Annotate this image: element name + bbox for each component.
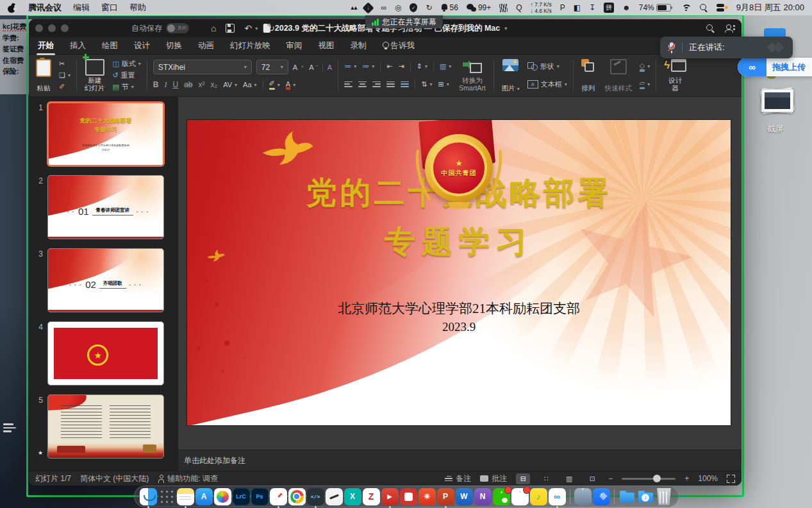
tab-design[interactable]: 设计 [134, 40, 150, 51]
menu-edit[interactable]: 编辑 [73, 2, 90, 13]
dock-finder[interactable] [140, 488, 157, 505]
menu-help[interactable]: 帮助 [129, 2, 146, 13]
dock-app-store[interactable]: A [195, 488, 213, 505]
dock-xmind[interactable]: X [344, 488, 361, 505]
network-speed[interactable]: ↑ 7.7 K/s ↓ 4.6 K/s [531, 1, 552, 14]
chat-status[interactable]: 99+ [467, 3, 491, 12]
character-spacing-button[interactable]: AV▾ [223, 81, 237, 89]
notes-pane[interactable]: 单击此处添加备注 [178, 450, 742, 471]
apple-menu-icon[interactable] [8, 3, 15, 13]
indent-button[interactable]: ⇥ [398, 62, 404, 71]
target-status-icon[interactable]: ◎ [395, 3, 401, 12]
bullets-button[interactable]: ≔▾ [344, 62, 356, 71]
p-status-icon[interactable]: P [560, 3, 565, 12]
tab-transitions[interactable]: 切换 [166, 40, 182, 51]
q-status-icon[interactable]: Q [516, 3, 522, 12]
dock-downloads[interactable]: ↓ [637, 488, 654, 505]
thumbnail-2-preview[interactable]: • • • 01 青春讲师团宣讲 • • • [47, 175, 164, 239]
dock-safari[interactable] [270, 488, 287, 505]
change-case-button[interactable]: Aa▾ [243, 81, 256, 89]
format-painter-icon[interactable]: ✐ [59, 83, 65, 91]
input-method-icon[interactable]: 拼 [604, 3, 614, 13]
dock-window-preview[interactable] [574, 488, 592, 505]
slide-title-line2[interactable]: 专题学习 [187, 221, 731, 262]
paste-button[interactable]: 粘贴 [34, 58, 53, 93]
columns-button[interactable]: ▥▾ [440, 62, 451, 71]
dock-photoshop[interactable]: Ps [251, 488, 269, 505]
tab-draw[interactable]: 绘图 [102, 40, 118, 51]
dock-qq[interactable] [511, 488, 529, 505]
slide-date[interactable]: 2023.9 [187, 320, 731, 334]
desktop-list-icon[interactable] [3, 423, 17, 432]
download-tray-icon[interactable]: ↧ [589, 3, 595, 12]
dock-onenote[interactable]: N [474, 488, 492, 505]
sync-status-icon[interactable]: ↻ [426, 3, 432, 12]
tab-view[interactable]: 视图 [319, 40, 335, 51]
user-circle-icon[interactable]: ☻ [622, 3, 631, 12]
outdent-button[interactable]: ⇤ [386, 62, 392, 71]
chevron-down-icon[interactable]: ▾ [504, 26, 507, 31]
thumbnail-3-preview[interactable]: • • • 02 齐唱团歌 • • • [47, 248, 164, 312]
layout-button[interactable]: ◫版式▾ [112, 59, 140, 69]
comments-toggle-button[interactable]: 批注 [480, 473, 507, 484]
meeting-speaking-pill[interactable]: 正在讲话: [660, 37, 793, 58]
home-icon[interactable]: ⌂ [211, 23, 216, 33]
undo-icon[interactable]: ↶ [244, 23, 252, 33]
thumbnail-4-preview[interactable]: ★ [47, 321, 164, 385]
shape-outline-button[interactable]: ▱▾ [640, 79, 650, 89]
tab-record[interactable]: 录制 [351, 40, 367, 51]
shape-fill-button[interactable]: ◇▾ [640, 62, 650, 72]
decrease-font-button[interactable]: Aˇ [309, 64, 318, 71]
clear-format-button[interactable]: A [327, 64, 332, 71]
menu-window[interactable]: 窗口 [101, 2, 118, 13]
slide-subtitle[interactable]: 北京师范大学心理学部21本科励耘团支部 [187, 300, 731, 318]
tab-review[interactable]: 审阅 [286, 40, 302, 51]
close-button[interactable] [35, 24, 43, 32]
zoom-level[interactable]: 100% [698, 474, 718, 483]
copy-icon[interactable]: ❏ [59, 71, 65, 80]
thumbnail-5-preview[interactable] [47, 394, 164, 459]
normal-view-button[interactable]: ⊟ [516, 473, 530, 484]
justify-button[interactable] [386, 81, 395, 87]
dock-notes[interactable] [177, 488, 194, 505]
dock-media-player[interactable]: ▶ [381, 488, 399, 505]
tab-insert[interactable]: 插入 [70, 40, 86, 51]
screenshot-stack-icon[interactable] [759, 87, 795, 114]
dock-notability[interactable] [326, 488, 343, 505]
new-slide-button[interactable]: 新建幻灯片 [83, 58, 107, 93]
dock-word[interactable]: W [456, 488, 473, 505]
shield-check-icon[interactable]: ✓ [410, 3, 417, 12]
dock-photos[interactable] [214, 488, 231, 505]
slide-canvas[interactable]: ★ 中国共青团 党的二十大战略部署 专题学习 北京师范大学心理学部21本科励耘团… [187, 120, 731, 425]
dock-trash[interactable] [656, 488, 673, 505]
font-size-select[interactable]: 72▾ [256, 60, 288, 74]
dock-lightroom[interactable]: LrC [233, 488, 250, 505]
dock-tencent-meeting[interactable] [593, 488, 610, 505]
dock-launchpad[interactable] [158, 488, 176, 505]
muted-mic-icon[interactable] [668, 42, 675, 53]
convert-smartart-button[interactable]: 转换为SmartArt [457, 58, 487, 93]
save-icon[interactable] [226, 24, 235, 33]
align-text-button[interactable]: ⊞▾ [438, 80, 449, 89]
slide-editor-area[interactable]: ★ 中国共青团 党的二十大战略部署 专题学习 北京师范大学心理学部21本科励耘团… [178, 97, 742, 450]
strikethrough-button[interactable]: ab [184, 80, 192, 89]
designer-button[interactable]: ϟ 设计器 [662, 58, 688, 93]
numbering-button[interactable]: ≔▾ [362, 62, 374, 71]
underline-button[interactable]: U [172, 80, 178, 89]
battery-status[interactable]: 74% [639, 3, 673, 12]
bold-button[interactable]: B [153, 80, 159, 89]
dock-pdf-reader[interactable] [400, 488, 417, 505]
dock-folder[interactable] [618, 488, 636, 505]
shapes-button[interactable]: 形状▾ [527, 62, 567, 71]
drag-upload-widget[interactable]: ∞ 拖拽上传 [738, 58, 812, 76]
tab-home[interactable]: 开始 [38, 40, 54, 51]
menubar-clock[interactable]: 9月8日 周五 20:00 [736, 2, 804, 13]
thumbnail-1[interactable]: 1 党的二十大战略部署专题学习 北京师范大学心理学部21本科励耘团支部2023.… [29, 102, 178, 166]
minimize-button[interactable] [48, 24, 56, 32]
dock-code-editor[interactable]: </> [307, 488, 324, 505]
align-center-button[interactable] [358, 81, 367, 87]
text-direction-button[interactable]: ⇅▾ [421, 80, 432, 89]
slideshow-button[interactable]: ⊡ [585, 473, 599, 484]
dock-wechat[interactable] [493, 488, 510, 505]
accessibility-status[interactable]: 辅助功能: 调查 [158, 473, 218, 484]
